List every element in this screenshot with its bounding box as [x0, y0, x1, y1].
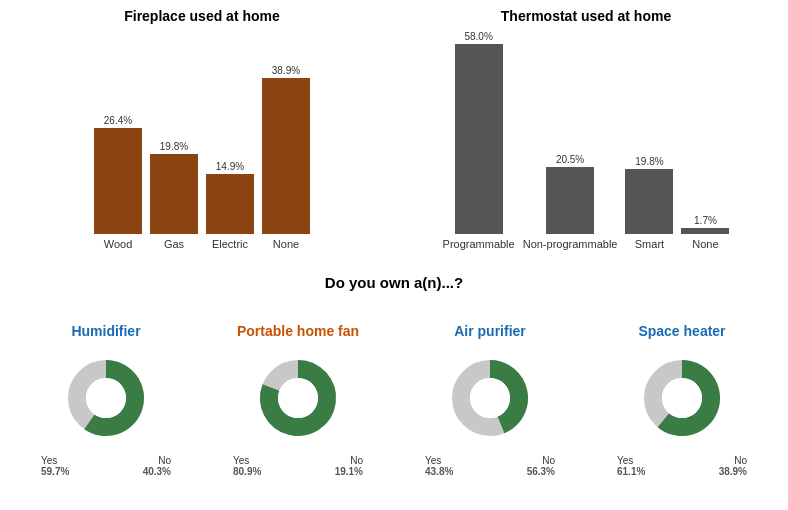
- bar-category-label: Gas: [164, 238, 184, 250]
- bar-category-label: None: [692, 238, 718, 250]
- bar-value-label: 58.0%: [464, 31, 492, 42]
- fireplace-title: Fireplace used at home: [124, 8, 280, 24]
- thermostat-bars: 58.0%Programmable20.5%Non-programmable19…: [443, 50, 730, 250]
- fireplace-bars: 26.4%Wood19.8%Gas14.9%Electric38.9%None: [94, 50, 310, 250]
- thermostat-chart: Thermostat used at home 58.0%Programmabl…: [394, 8, 778, 270]
- bar-rect: [681, 228, 729, 234]
- bar-rect: [206, 174, 254, 234]
- bottom-title: Do you own a(n)...?: [325, 274, 463, 291]
- bar-item: 19.8%Smart: [625, 156, 673, 250]
- donut-legend: Yes59.7%No40.3%: [41, 455, 171, 477]
- donut-wrapper: [627, 343, 737, 453]
- bar-item: 1.7%None: [681, 215, 729, 250]
- bar-category-label: Wood: [104, 238, 133, 250]
- bottom-row: Do you own a(n)...? HumidifierYes59.7%No…: [0, 270, 788, 510]
- donut-legend: Yes80.9%No19.1%: [233, 455, 363, 477]
- donut-title: Air purifier: [454, 323, 526, 339]
- bar-item: 38.9%None: [262, 65, 310, 250]
- thermostat-bar-area: 58.0%Programmable20.5%Non-programmable19…: [394, 28, 778, 270]
- bar-value-label: 14.9%: [216, 161, 244, 172]
- bar-item: 14.9%Electric: [206, 161, 254, 250]
- bar-value-label: 19.8%: [635, 156, 663, 167]
- fireplace-bar-area: 26.4%Wood19.8%Gas14.9%Electric38.9%None: [10, 28, 394, 270]
- donut-legend: Yes43.8%No56.3%: [425, 455, 555, 477]
- fireplace-chart: Fireplace used at home 26.4%Wood19.8%Gas…: [10, 8, 394, 270]
- bar-rect: [150, 154, 198, 234]
- donut-wrapper: [51, 343, 161, 453]
- donut-item: Space heaterYes61.1%No38.9%: [597, 323, 767, 477]
- bar-rect: [94, 128, 142, 234]
- donut-title: Humidifier: [71, 323, 140, 339]
- bar-rect: [625, 169, 673, 234]
- svg-point-7: [662, 378, 702, 418]
- bar-value-label: 1.7%: [694, 215, 717, 226]
- svg-point-3: [278, 378, 318, 418]
- donut-no-label: No38.9%: [719, 455, 747, 477]
- bar-value-label: 26.4%: [104, 115, 132, 126]
- bar-category-label: None: [273, 238, 299, 250]
- bar-category-label: Smart: [635, 238, 664, 250]
- donut-no-label: No40.3%: [143, 455, 171, 477]
- donut-item: HumidifierYes59.7%No40.3%: [21, 323, 191, 477]
- thermostat-title: Thermostat used at home: [501, 8, 671, 24]
- donut-item: Portable home fanYes80.9%No19.1%: [213, 323, 383, 477]
- donut-yes-label: Yes59.7%: [41, 455, 69, 477]
- donut-no-label: No19.1%: [335, 455, 363, 477]
- donut-yes-label: Yes80.9%: [233, 455, 261, 477]
- bar-value-label: 20.5%: [556, 154, 584, 165]
- svg-point-5: [470, 378, 510, 418]
- donut-no-label: No56.3%: [527, 455, 555, 477]
- bar-item: 26.4%Wood: [94, 115, 142, 250]
- bar-category-label: Non-programmable: [523, 238, 618, 250]
- bar-rect: [546, 167, 594, 234]
- donut-title: Portable home fan: [237, 323, 359, 339]
- donut-wrapper: [435, 343, 545, 453]
- donut-legend: Yes61.1%No38.9%: [617, 455, 747, 477]
- donut-item: Air purifierYes43.8%No56.3%: [405, 323, 575, 477]
- top-row: Fireplace used at home 26.4%Wood19.8%Gas…: [0, 0, 788, 270]
- bar-item: 19.8%Gas: [150, 141, 198, 250]
- bar-rect: [262, 78, 310, 234]
- donut-yes-label: Yes61.1%: [617, 455, 645, 477]
- bar-value-label: 38.9%: [272, 65, 300, 76]
- bar-value-label: 19.8%: [160, 141, 188, 152]
- bar-category-label: Programmable: [443, 238, 515, 250]
- donut-title: Space heater: [638, 323, 725, 339]
- donut-yes-label: Yes43.8%: [425, 455, 453, 477]
- main-container: Fireplace used at home 26.4%Wood19.8%Gas…: [0, 0, 788, 510]
- bar-rect: [455, 44, 503, 234]
- bar-item: 58.0%Programmable: [443, 31, 515, 250]
- donut-wrapper: [243, 343, 353, 453]
- svg-point-1: [86, 378, 126, 418]
- bar-item: 20.5%Non-programmable: [523, 154, 618, 250]
- bar-category-label: Electric: [212, 238, 248, 250]
- donuts-row: HumidifierYes59.7%No40.3%Portable home f…: [10, 297, 778, 502]
